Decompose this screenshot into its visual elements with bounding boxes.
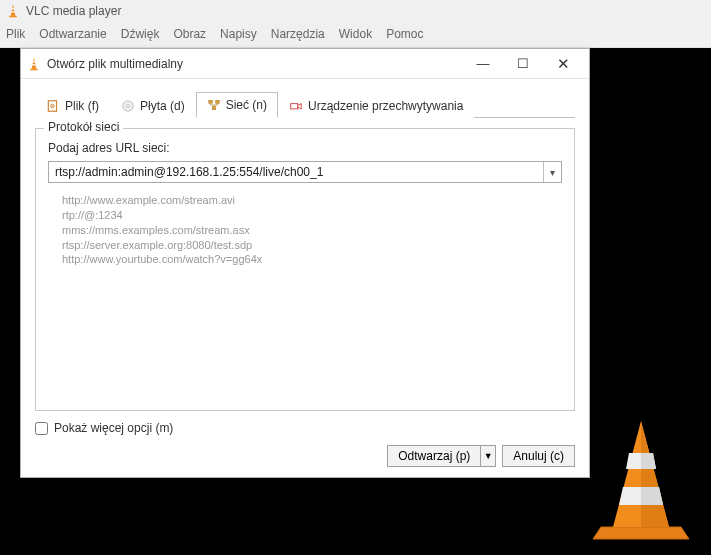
menu-pomoc[interactable]: Pomoc xyxy=(386,27,423,41)
svg-point-12 xyxy=(127,104,130,107)
svg-rect-5 xyxy=(33,61,35,62)
url-examples: http://www.example.com/stream.avi rtp://… xyxy=(62,193,562,267)
svg-rect-1 xyxy=(12,8,14,9)
capture-icon xyxy=(289,99,303,113)
tab-network-label: Sieć (n) xyxy=(226,98,267,112)
menu-widok[interactable]: Widok xyxy=(339,27,372,41)
tab-network[interactable]: Sieć (n) xyxy=(196,92,278,118)
svg-rect-2 xyxy=(11,11,14,12)
tab-capture[interactable]: Urządzenie przechwytywania xyxy=(278,92,474,118)
main-titlebar: VLC media player xyxy=(0,0,711,22)
more-options-label: Pokaż więcej opcji (m) xyxy=(54,421,173,435)
vlc-cone-logo xyxy=(581,415,701,549)
tab-disc-label: Płyta (d) xyxy=(140,99,185,113)
group-legend: Protokół sieci xyxy=(44,120,123,134)
svg-rect-13 xyxy=(208,100,212,103)
network-protocol-group: Protokół sieci Podaj adres URL sieci: ▾ … xyxy=(35,128,575,411)
svg-rect-15 xyxy=(212,107,216,110)
url-label: Podaj adres URL sieci: xyxy=(48,141,562,155)
cancel-button[interactable]: Anuluj (c) xyxy=(502,445,575,467)
tab-disc[interactable]: Płyta (d) xyxy=(110,92,196,118)
main-window-title: VLC media player xyxy=(26,4,121,18)
close-button[interactable]: ✕ xyxy=(543,50,583,78)
dialog-title: Otwórz plik multimedialny xyxy=(47,57,463,71)
play-split-button: Odtwarzaj (p) ▼ xyxy=(387,445,496,467)
svg-marker-0 xyxy=(11,5,16,16)
minimize-button[interactable]: — xyxy=(463,50,503,78)
svg-rect-6 xyxy=(32,64,35,65)
svg-rect-7 xyxy=(30,68,37,70)
maximize-button[interactable]: ☐ xyxy=(503,50,543,78)
tab-capture-label: Urządzenie przechwytywania xyxy=(308,99,463,113)
vlc-cone-icon xyxy=(27,57,41,71)
menu-dzwiek[interactable]: Dźwięk xyxy=(121,27,160,41)
menu-narzedzia[interactable]: Narzędzia xyxy=(271,27,325,41)
svg-rect-14 xyxy=(215,100,219,103)
svg-marker-17 xyxy=(298,103,302,108)
disc-icon xyxy=(121,99,135,113)
chevron-down-icon[interactable]: ▾ xyxy=(543,162,561,182)
example-line: rtsp://server.example.org:8080/test.sdp xyxy=(62,238,562,253)
main-menubar: Plik Odtwarzanie Dźwięk Obraz Napisy Nar… xyxy=(0,22,711,46)
tab-file-label: Plik (f) xyxy=(65,99,99,113)
dialog-body: Plik (f) Płyta (d) Sieć (n) Urządzenie p… xyxy=(21,79,589,477)
menu-plik[interactable]: Plik xyxy=(6,27,25,41)
svg-marker-4 xyxy=(32,57,37,68)
example-line: mms://mms.examples.com/stream.asx xyxy=(62,223,562,238)
dialog-titlebar[interactable]: Otwórz plik multimedialny — ☐ ✕ xyxy=(21,49,589,79)
url-input[interactable] xyxy=(49,162,543,182)
example-line: rtp://@:1234 xyxy=(62,208,562,223)
svg-rect-3 xyxy=(9,16,16,18)
menu-odtwarzanie[interactable]: Odtwarzanie xyxy=(39,27,106,41)
play-button[interactable]: Odtwarzaj (p) xyxy=(387,445,480,467)
more-options-checkbox[interactable]: Pokaż więcej opcji (m) xyxy=(35,421,575,435)
tab-file[interactable]: Plik (f) xyxy=(35,92,110,118)
dialog-button-row: Odtwarzaj (p) ▼ Anuluj (c) xyxy=(35,445,575,467)
tabstrip: Plik (f) Płyta (d) Sieć (n) Urządzenie p… xyxy=(35,91,575,118)
menu-obraz[interactable]: Obraz xyxy=(173,27,206,41)
vlc-cone-icon xyxy=(6,4,20,18)
example-line: http://www.example.com/stream.avi xyxy=(62,193,562,208)
example-line: http://www.yourtube.com/watch?v=gg64x xyxy=(62,252,562,267)
file-icon xyxy=(46,99,60,113)
play-dropdown-arrow[interactable]: ▼ xyxy=(480,445,496,467)
network-icon xyxy=(207,98,221,112)
more-options-check-input[interactable] xyxy=(35,422,48,435)
main-window: VLC media player Plik Odtwarzanie Dźwięk… xyxy=(0,0,711,48)
url-combobox[interactable]: ▾ xyxy=(48,161,562,183)
menu-napisy[interactable]: Napisy xyxy=(220,27,257,41)
svg-rect-16 xyxy=(291,103,298,108)
open-media-dialog: Otwórz plik multimedialny — ☐ ✕ Plik (f)… xyxy=(20,48,590,478)
